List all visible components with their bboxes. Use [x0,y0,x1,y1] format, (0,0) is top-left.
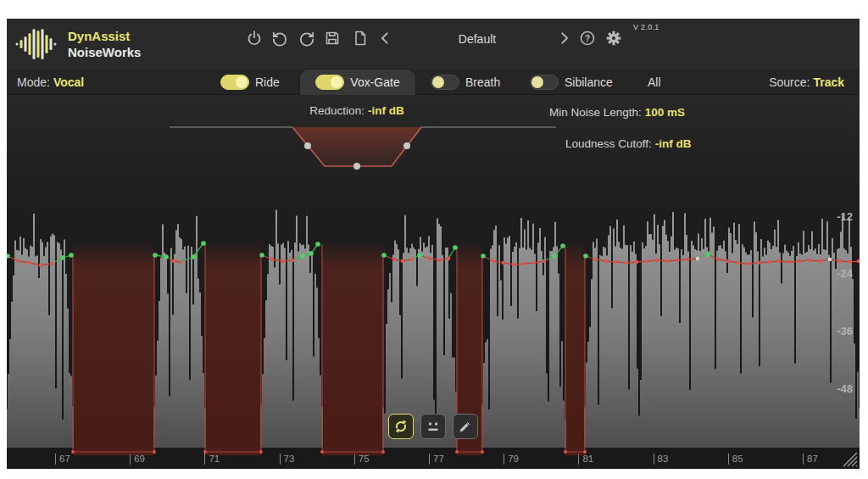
app-name: DynAssist [68,28,141,44]
sibilance-label: Sibilance [565,75,613,89]
db-tick-label: -12 [837,210,853,223]
sibilance-group: Sibilance [530,75,613,90]
gear-icon [605,30,622,47]
timeline-tick: 69 [130,454,145,465]
toggle-knob [331,76,342,88]
ride-group: Ride [220,75,280,90]
help-button[interactable]: ? [579,30,596,47]
reduction-value[interactable]: -inf dB [368,104,404,117]
save-button[interactable] [324,30,341,47]
reanalyze-button[interactable] [388,414,414,439]
cutoff-value[interactable]: -inf dB [655,137,692,150]
edit-button[interactable] [453,414,478,439]
timeline-tick: 87 [803,454,818,465]
reduction-label: Reduction: [309,104,364,117]
breath-label: Breath [465,75,500,89]
save-icon [324,30,341,47]
undo-icon [271,31,288,47]
power-button[interactable] [246,30,263,47]
header-bar: DynAssist NoiseWorks [7,19,860,70]
db-tick-label: -48 [837,382,853,395]
wave-toolbar [388,414,478,439]
toggle-knob [236,76,248,88]
gate-face-button[interactable] [420,414,446,439]
mode-selector[interactable]: Mode:Vocal [17,70,84,95]
preset-name[interactable]: Default [435,32,520,46]
timeline-tick: 75 [354,454,370,465]
breath-group: Breath [431,75,500,90]
db-tick-label: -36 [837,325,853,337]
plugin-window: DynAssist NoiseWorks [7,19,860,469]
undo-button[interactable] [271,31,288,47]
sibilance-toggle[interactable] [530,75,559,90]
db-tick-label: -24 [837,267,853,280]
chevron-left-icon [378,31,393,46]
source-selector[interactable]: Source:Track [769,70,844,95]
toggle-knob [432,76,444,88]
timeline-tick: 85 [728,454,743,465]
timeline: 6769717375777981838587 [7,448,860,469]
mode-label: Mode: [17,75,50,89]
main-display: 6769717375777981838587 Reduction:-inf dB… [7,95,860,469]
timeline-tick: 73 [280,454,295,465]
help-icon: ? [579,30,596,47]
tab-all[interactable]: All [648,70,661,95]
prev-preset-button[interactable] [378,31,395,47]
vox-gate-toggle[interactable] [315,75,344,90]
timeline-tick: 77 [429,454,444,465]
mode-value: Vocal [53,75,84,89]
waveform-display[interactable] [7,95,860,469]
version-label: V 2.0.1 [633,23,659,31]
timeline-tick: 83 [654,454,669,465]
company-name: NoiseWorks [68,44,141,60]
ride-toggle[interactable] [220,75,249,90]
reduction-param[interactable]: Reduction:-inf dB [251,104,463,117]
timeline-tick: 79 [504,454,519,465]
ride-label: Ride [255,75,280,89]
pencil-icon [457,418,474,435]
new-preset-button[interactable] [352,30,369,47]
breath-toggle[interactable] [431,75,459,90]
settings-button[interactable] [605,30,622,47]
timeline-tick: 81 [578,454,593,465]
tab-vox-gate[interactable]: Vox-Gate [300,70,415,95]
loudness-cutoff-param[interactable]: Loudness Cutoff:-inf dB [565,137,692,150]
redo-button[interactable] [298,31,315,47]
resize-handle[interactable] [837,450,858,467]
power-icon [246,30,263,47]
chevron-right-icon [556,31,571,46]
file-icon [352,30,369,47]
title-block: DynAssist NoiseWorks [68,28,141,60]
timeline-tick: 71 [204,454,220,465]
redo-icon [298,31,315,47]
min-noise-param[interactable]: Min Noise Length:100 mS [549,106,685,119]
vox-gate-label: Vox-Gate [350,75,399,89]
next-preset-button[interactable] [556,31,573,47]
noiseworks-logo [15,27,59,61]
cutoff-label: Loudness Cutoff: [565,137,652,150]
source-label: Source: [769,75,810,89]
min-noise-value[interactable]: 100 mS [645,106,685,119]
timeline-tick: 67 [55,454,70,465]
source-value: Track [813,75,844,89]
svg-text:?: ? [585,33,590,43]
mode-bar: Mode:Vocal Ride Vox-Gate Breath Sibilanc… [7,70,860,95]
refresh-icon [392,418,409,435]
face-icon [425,418,442,435]
min-noise-label: Min Noise Length: [549,106,642,119]
toggle-knob [531,76,543,88]
